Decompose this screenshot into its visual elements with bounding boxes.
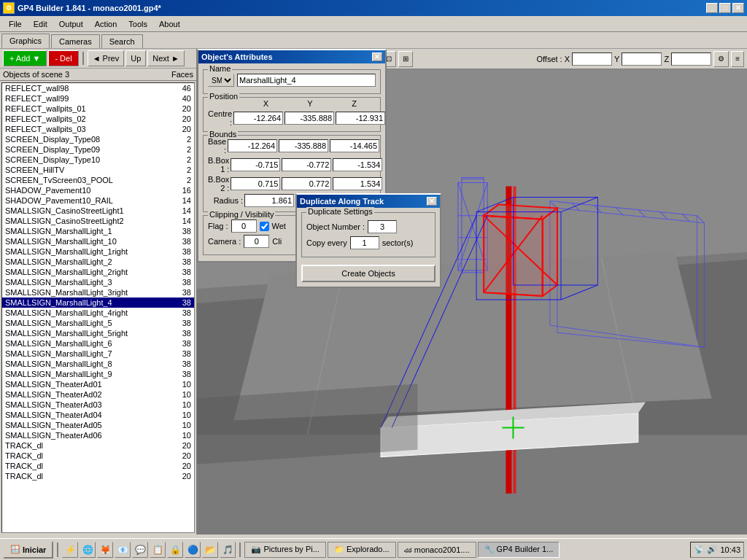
list-item[interactable]: SCREEN_HillTV2 (2, 165, 194, 175)
menu-action[interactable]: Action (89, 18, 123, 30)
list-item[interactable]: SMALLSIGN_MarshallLight_1038 (2, 236, 194, 246)
list-item[interactable]: SMALLSIGN_TheaterAd0410 (2, 410, 194, 420)
list-item[interactable]: SMALLSIGN_MarshallLight_3right38 (2, 287, 194, 298)
taskbar-icon-1[interactable]: ⚡ (62, 542, 78, 558)
taskbar-icon-6[interactable]: 📋 (150, 542, 166, 558)
list-item[interactable]: SMALLSIGN_CasinoStreetLight114 (2, 206, 194, 216)
offset-x-input[interactable] (572, 52, 612, 66)
taskbar-icon-7[interactable]: 🔒 (167, 542, 183, 558)
list-item[interactable]: REFLECT_wallpits_0120 (2, 104, 194, 114)
wet-checkbox[interactable] (260, 222, 269, 231)
taskbar-icon-2[interactable]: 🌐 (80, 542, 96, 558)
duplicate-dialog-titlebar[interactable]: Duplicate Along Track ✕ (297, 195, 440, 208)
list-item[interactable]: REFLECT_wallpits_0220 (2, 114, 194, 124)
taskbar-icon-10[interactable]: 🎵 (220, 542, 236, 558)
list-item[interactable]: SMALLSIGN_MarshallLight_2right38 (2, 267, 194, 277)
taskbar-icon-3[interactable]: 🦊 (97, 542, 113, 558)
attributes-close-button[interactable]: ✕ (372, 52, 382, 61)
taskbar-item-3[interactable]: 🔧 GP4 Builder 1... (478, 542, 560, 558)
taskbar-icon-4[interactable]: 📧 (115, 542, 131, 558)
list-item[interactable]: SMALLSIGN_MarshallLight_738 (2, 349, 194, 359)
list-item[interactable]: SMALLSIGN_MarshallLight_538 (2, 318, 194, 328)
list-item[interactable]: SMALLSIGN_TheaterAd0310 (2, 400, 194, 410)
offset-y-input[interactable] (622, 52, 662, 66)
flag-input[interactable] (231, 219, 257, 233)
bbox1-y-input[interactable] (282, 158, 331, 171)
bbox1-x-input[interactable] (231, 158, 280, 171)
list-item[interactable]: TRACK_dl20 (2, 440, 194, 451)
duplicate-close-button[interactable]: ✕ (427, 197, 437, 206)
menu-tools[interactable]: Tools (123, 18, 153, 30)
taskbar-item-1[interactable]: 📁 Explorado... (328, 542, 396, 558)
list-item[interactable]: SMALLSIGN_MarshallLight_438 (2, 298, 194, 308)
centre-z-input[interactable] (336, 112, 385, 125)
menu-edit[interactable]: Edit (28, 18, 53, 30)
taskbar-item-2[interactable]: 🏎 monaco2001.... (398, 542, 476, 558)
list-item[interactable]: SMALLSIGN_TheaterAd0510 (2, 420, 194, 430)
list-item[interactable]: REFLECT_wallpits_0320 (2, 124, 194, 134)
prev-button[interactable]: ◄ Prev (88, 50, 125, 66)
menu-file[interactable]: File (3, 18, 28, 30)
next-button[interactable]: Next ► (147, 50, 185, 66)
list-item[interactable]: TRACK_dl20 (2, 461, 194, 471)
copy-every-input[interactable] (350, 236, 379, 249)
list-item[interactable]: SMALLSIGN_TheaterAd0610 (2, 430, 194, 440)
taskbar-icon-8[interactable]: 🔵 (185, 542, 201, 558)
list-item[interactable]: REFLECT_wall9846 (2, 83, 194, 93)
start-button[interactable]: 🪟 Iniciar (3, 541, 53, 559)
bbox2-y-input[interactable] (282, 177, 331, 190)
attributes-dialog-titlebar[interactable]: Object's Attributes ✕ (198, 50, 385, 63)
bbox2-x-input[interactable] (231, 177, 280, 190)
name-type-dropdown[interactable]: SMALLSIGN (208, 74, 234, 87)
extra-button[interactable]: ≡ (731, 51, 744, 67)
up-button[interactable]: Up (125, 50, 146, 66)
menu-about[interactable]: About (153, 18, 186, 30)
list-item[interactable]: SMALLSIGN_TheaterAd0110 (2, 379, 194, 389)
list-item[interactable]: SCREEN_Display_Type102 (2, 155, 194, 165)
list-item[interactable]: SMALLSIGN_MarshallLight_138 (2, 226, 194, 236)
create-objects-button[interactable]: Create Objects (301, 265, 436, 282)
bbox2-z-input[interactable] (333, 177, 382, 190)
radius-input[interactable] (244, 194, 294, 207)
list-item[interactable]: SMALLSIGN_TheaterAd0210 (2, 389, 194, 400)
minimize-button[interactable]: _ (706, 3, 718, 13)
list-item[interactable]: SCREEN_Display_Type092 (2, 144, 194, 155)
menu-output[interactable]: Output (53, 18, 89, 30)
base-z-input[interactable] (330, 139, 379, 152)
bbox1-z-input[interactable] (333, 158, 382, 171)
grid-button[interactable]: ⊞ (398, 51, 413, 67)
list-item[interactable]: SMALLSIGN_MarshallLight_838 (2, 359, 194, 369)
tab-graphics[interactable]: Graphics (1, 34, 50, 48)
list-item[interactable]: SMALLSIGN_MarshallLight_5right38 (2, 328, 194, 338)
offset-z-input[interactable] (671, 52, 711, 66)
name-value-input[interactable] (237, 74, 376, 87)
base-x-input[interactable] (228, 139, 277, 152)
taskbar-icon-9[interactable]: 📂 (202, 542, 218, 558)
add-button[interactable]: + Add ▼ (3, 50, 47, 66)
list-item[interactable]: SHADOW_Pavement10_RAIL14 (2, 195, 194, 206)
list-item[interactable]: SMALLSIGN_MarshallLight_338 (2, 277, 194, 287)
taskbar-item-0[interactable]: 📷 Pictures by Pi... (244, 542, 325, 558)
list-item[interactable]: TRACK_dl20 (2, 451, 194, 461)
object-list[interactable]: REFLECT_wall9846REFLECT_wall9940REFLECT_… (1, 82, 195, 533)
tab-cameras[interactable]: Cameras (51, 34, 100, 48)
list-item[interactable]: REFLECT_wall9940 (2, 93, 194, 104)
object-number-input[interactable] (368, 220, 397, 233)
list-item[interactable]: SMALLSIGN_MarshallLight_938 (2, 369, 194, 379)
list-item[interactable]: SMALLSIGN_MarshallLight_4right38 (2, 308, 194, 318)
list-item[interactable]: SMALLSIGN_MarshallLight_238 (2, 257, 194, 267)
list-item[interactable]: SCREEN_TvScreen03_POOL2 (2, 175, 194, 185)
del-button[interactable]: - Del (48, 50, 78, 66)
taskbar-icon-5[interactable]: 💬 (132, 542, 148, 558)
centre-y-input[interactable] (285, 112, 334, 125)
list-item[interactable]: SMALLSIGN_MarshallLight_1right38 (2, 246, 194, 257)
base-y-input[interactable] (279, 139, 328, 152)
maximize-button[interactable]: □ (719, 3, 731, 13)
list-item[interactable]: SCREEN_Display_Type082 (2, 134, 194, 144)
settings-button[interactable]: ⚙ (713, 51, 729, 67)
list-item[interactable]: SHADOW_Pavement1016 (2, 185, 194, 195)
list-item[interactable]: SMALLSIGN_MarshallLight_638 (2, 338, 194, 349)
list-item[interactable]: TRACK_dl20 (2, 471, 194, 481)
camera-input[interactable] (244, 235, 269, 248)
close-button[interactable]: ✕ (732, 3, 744, 13)
